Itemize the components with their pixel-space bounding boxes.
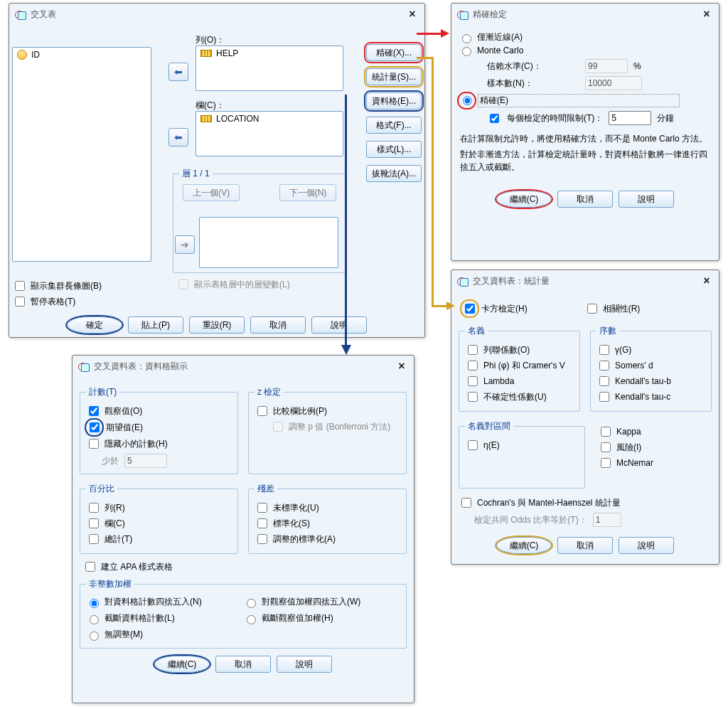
total-pct-checkbox[interactable]: [89, 534, 99, 544]
tau-c-checkbox[interactable]: [599, 392, 609, 402]
residual-legend: 殘差: [255, 483, 277, 495]
expected-checkbox[interactable]: [90, 422, 100, 432]
samples-label: 樣本數(N)：: [487, 78, 579, 90]
next-layer-button[interactable]: 下一個(N): [279, 184, 336, 201]
phi-cramer-checkbox[interactable]: [468, 361, 478, 371]
continue-button[interactable]: 繼續(C): [154, 656, 210, 673]
nominal-legend: 名義: [465, 325, 488, 337]
exact-button[interactable]: 精確(X)...: [366, 44, 422, 61]
help-button[interactable]: 說明: [277, 656, 332, 673]
cochran-checkbox[interactable]: [461, 498, 471, 508]
gamma-checkbox[interactable]: [599, 345, 609, 355]
chi-square-checkbox[interactable]: [465, 304, 475, 314]
close-icon[interactable]: ×: [406, 8, 419, 21]
bonferroni-checkbox: [273, 422, 283, 432]
adj-resid-checkbox[interactable]: [257, 534, 267, 544]
asymptotic-radio[interactable]: [462, 34, 471, 43]
stats-button[interactable]: 統計量(S)...: [366, 68, 422, 85]
somers-checkbox[interactable]: [599, 361, 609, 371]
cancel-button[interactable]: 取消: [557, 191, 613, 208]
std-resid-checkbox[interactable]: [257, 518, 267, 528]
uncertainty-checkbox[interactable]: [468, 392, 478, 402]
move-to-cols-button[interactable]: ⬅: [168, 128, 188, 146]
exact-radio[interactable]: [463, 96, 472, 105]
show-layer-vars-checkbox: [178, 279, 188, 289]
cluster-bar-label: 顯示集群長條圖(B): [31, 280, 102, 292]
scale-icon: [200, 50, 212, 57]
dialog-title: 交叉資料表：資料格顯示: [94, 361, 391, 373]
eta-checkbox[interactable]: [468, 440, 478, 450]
col-pct-checkbox[interactable]: [89, 518, 99, 528]
cancel-button[interactable]: 取消: [250, 316, 306, 334]
chi-square-label: 卡方檢定(H): [481, 303, 528, 315]
exact-tests-dialog: 精確檢定 × 僅漸近線(A) Monte Carlo 信賴水準(C)： % 樣本…: [451, 3, 719, 261]
monte-carlo-radio[interactable]: [462, 47, 471, 56]
layer-group: 層 1 / 1 上一個(V) 下一個(N) ➔: [173, 168, 346, 273]
risk-checkbox[interactable]: [601, 442, 611, 452]
cluster-bar-checkbox[interactable]: [15, 281, 25, 291]
ordinal-group: 序數 γ(G) Somers' d Kendall's tau-b Kendal…: [590, 325, 712, 412]
cols-listbox[interactable]: LOCATION: [196, 111, 343, 156]
spss-app-icon: [457, 275, 469, 287]
continue-button[interactable]: 繼續(C): [496, 191, 552, 208]
trunc-cell-radio[interactable]: [90, 615, 99, 624]
kappa-checkbox[interactable]: [601, 427, 611, 437]
tau-b-checkbox[interactable]: [599, 376, 609, 386]
prev-layer-button[interactable]: 上一個(V): [183, 184, 240, 201]
suppress-tables-checkbox[interactable]: [15, 297, 25, 306]
compare-props-checkbox[interactable]: [257, 406, 267, 416]
unstd-resid-checkbox[interactable]: [257, 503, 267, 513]
weights-group: 非整數加權 對資料格計數四捨五入(N) 對觀察值加權四捨五入(W) 截斷資料格計…: [80, 578, 407, 649]
rows-listbox[interactable]: HELP: [196, 46, 343, 91]
help-button[interactable]: 說明: [311, 316, 367, 334]
arrow-left-icon: ⬅: [174, 66, 183, 78]
mcnemar-checkbox[interactable]: [601, 458, 611, 468]
time-limit-checkbox[interactable]: [490, 114, 499, 123]
close-icon[interactable]: ×: [700, 274, 713, 287]
ok-button[interactable]: 確定: [67, 316, 122, 334]
style-button[interactable]: 樣式(L)...: [366, 141, 422, 158]
residual-group: 殘差 未標準化(U) 標準化(S) 調整的標準化(A): [248, 483, 407, 554]
list-item[interactable]: LOCATION: [196, 112, 343, 126]
counts-legend: 計數(T): [86, 386, 119, 398]
help-button[interactable]: 說明: [619, 191, 674, 208]
close-icon[interactable]: ×: [700, 8, 713, 21]
close-icon[interactable]: ×: [395, 360, 408, 373]
lambda-checkbox[interactable]: [468, 376, 478, 386]
reset-button[interactable]: 重設(R): [189, 316, 245, 334]
format-button[interactable]: 格式(F)...: [366, 117, 422, 134]
time-limit-input[interactable]: [609, 111, 651, 125]
bootstrap-button[interactable]: 拔靴法(A)...: [366, 165, 422, 182]
round-cell-radio[interactable]: [90, 599, 99, 608]
round-case-radio[interactable]: [247, 599, 256, 608]
scale-icon: [200, 115, 212, 122]
move-to-rows-button[interactable]: ⬅: [168, 63, 188, 81]
row-pct-checkbox[interactable]: [89, 503, 99, 513]
correlations-checkbox[interactable]: [587, 304, 597, 314]
paste-button[interactable]: 貼上(P): [128, 316, 183, 334]
variables-listbox[interactable]: ID: [12, 47, 151, 262]
move-to-layer-button[interactable]: ➔: [175, 235, 195, 254]
cancel-button[interactable]: 取消: [557, 537, 613, 554]
layer-listbox[interactable]: [199, 217, 338, 268]
expected-label: 期望值(E): [106, 422, 143, 434]
no-adjust-radio[interactable]: [90, 631, 99, 641]
hide-small-checkbox[interactable]: [89, 439, 99, 449]
cancel-button[interactable]: 取消: [215, 656, 271, 673]
trunc-case-radio[interactable]: [247, 615, 256, 624]
observed-checkbox[interactable]: [89, 406, 99, 416]
time-unit-label: 分鐘: [657, 112, 674, 124]
continue-button[interactable]: 繼續(C): [496, 537, 552, 554]
contingency-checkbox[interactable]: [468, 345, 478, 355]
variable-icon: [17, 50, 27, 60]
arrow-right-icon: ➔: [181, 239, 189, 250]
row-variable: HELP: [216, 48, 238, 58]
help-button[interactable]: 說明: [619, 537, 674, 554]
apa-checkbox[interactable]: [85, 562, 95, 572]
cells-button[interactable]: 資料格(E)...: [366, 92, 422, 110]
list-item[interactable]: ID: [13, 48, 151, 62]
list-item[interactable]: HELP: [196, 46, 343, 60]
show-layer-vars-label: 顯示表格層中的層變數(L): [194, 279, 290, 291]
observed-label: 觀察值(O): [105, 405, 142, 417]
dialog-title: 交叉資料表：統計量: [473, 275, 696, 287]
